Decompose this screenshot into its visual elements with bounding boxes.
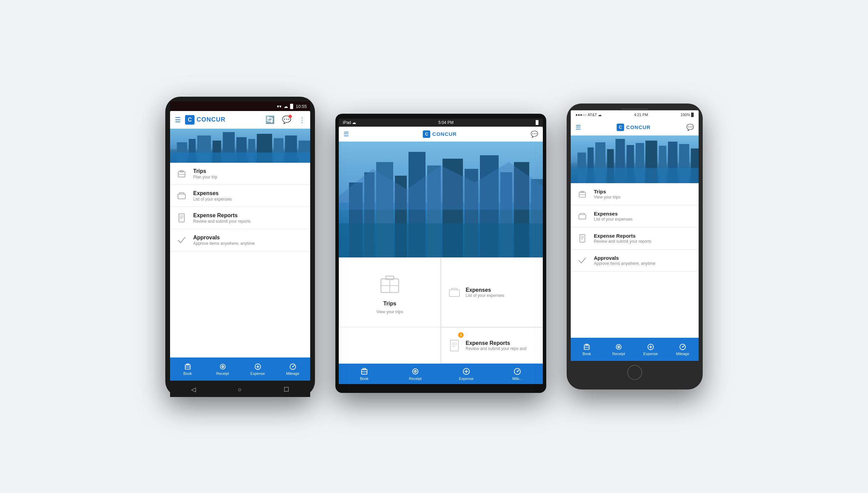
iphone-home-button[interactable] — [627, 365, 642, 380]
svg-rect-22 — [186, 364, 189, 365]
concur-brand: CONCUR — [197, 116, 226, 123]
iphone-approvals-icon — [576, 254, 588, 267]
tablet-trips[interactable]: Trips View your trips — [339, 257, 441, 327]
trips-text: Trips Plan your trip — [193, 168, 217, 179]
chat-icon-wrap[interactable]: 💬 — [282, 115, 291, 124]
menu-icon[interactable]: ☰ — [175, 116, 181, 124]
svg-point-103 — [682, 346, 683, 348]
back-icon[interactable]: ◁ — [191, 386, 196, 393]
svg-point-69 — [517, 371, 518, 372]
tablet-reports[interactable]: 3 Expense Reports Review and submit your… — [441, 327, 543, 364]
iphone-reports-text: Expense Reports Review and submit your r… — [594, 233, 651, 244]
recents-icon[interactable]: ☐ — [284, 386, 289, 393]
tablet-battery: ▉ — [536, 120, 539, 125]
tablet-tab-book[interactable]: Book — [339, 364, 390, 384]
tablet-reports-badge: 3 — [458, 332, 464, 338]
android-tab-expense[interactable]: Expense — [240, 357, 275, 381]
tablet-concur-brand: CONCUR — [432, 131, 457, 137]
more-icon[interactable]: ⋮ — [299, 116, 305, 124]
svg-rect-12 — [170, 153, 310, 163]
iphone-tab-book[interactable]: Book — [571, 338, 603, 361]
android-tab-receipt[interactable]: Receipt — [205, 357, 240, 381]
iphone-expenses-text: Expenses List of your expenses — [594, 211, 632, 222]
svg-rect-87 — [579, 214, 586, 219]
approvals-text: Approvals Approve items anywhere, anytim… — [193, 235, 255, 246]
iphone-reports-icon — [576, 232, 588, 244]
iphone-approvals-text: Approvals Approve items anywhere, anytim… — [594, 255, 655, 266]
tablet-reports-text: Expense Reports Review and submit your r… — [466, 340, 527, 351]
reports-text: Expense Reports Review and submit your r… — [193, 212, 251, 224]
tablet-expenses[interactable]: Expenses List of your expenses — [441, 257, 543, 327]
svg-point-97 — [618, 347, 619, 347]
tablet-screen: ☰ C CONCUR 💬 — [339, 127, 543, 384]
tablet-expenses-text: Expenses List of your expenses — [466, 287, 504, 298]
iphone-status-bar: ●●●○○ AT&T ☁ 4:21 PM 100% ▉ — [571, 110, 699, 119]
android-status-bar: ▾▾ ☁ ▉ 10:55 — [170, 101, 310, 111]
tablet-tab-receipt[interactable]: Receipt — [390, 364, 441, 384]
refresh-icon[interactable]: 🔄 — [265, 115, 274, 124]
iphone-hero-image — [571, 136, 699, 183]
svg-rect-53 — [449, 290, 460, 297]
svg-rect-83 — [571, 168, 699, 183]
iphone-concur-c-icon: C — [617, 124, 624, 131]
iphone-menu-icon[interactable]: ☰ — [575, 124, 581, 131]
concur-logo: C CONCUR — [185, 115, 226, 125]
iphone-menu-approvals[interactable]: Approvals Approve items anywhere, anytim… — [571, 250, 699, 272]
iphone-device: ●●●○○ AT&T ☁ 4:21 PM 100% ▉ ☰ C CONCUR 💬 — [567, 104, 703, 389]
trips-icon — [176, 168, 188, 180]
svg-point-63 — [415, 371, 416, 372]
iphone-menu-reports[interactable]: Expense Reports Review and submit your r… — [571, 227, 699, 250]
expenses-text: Expenses List of your expenses — [193, 190, 232, 202]
tablet-device: iPad ☁ 5:04 PM ▉ ☰ C CONCUR 💬 — [335, 114, 546, 393]
iphone-chat-icon[interactable]: 💬 — [686, 124, 694, 131]
tablet-expenses-icon — [448, 286, 461, 299]
android-menu-approvals[interactable]: Approvals Approve items anywhere, anytim… — [170, 229, 310, 251]
svg-rect-88 — [580, 235, 585, 242]
concur-c-icon: C — [185, 115, 195, 125]
svg-rect-16 — [178, 194, 185, 199]
home-icon[interactable]: ○ — [238, 386, 242, 393]
iphone-screen: ●●●○○ AT&T ☁ 4:21 PM 100% ▉ ☰ C CONCUR 💬 — [571, 110, 699, 361]
iphone-expenses-icon — [576, 210, 588, 222]
iphone-menu-expenses[interactable]: Expenses List of your expenses — [571, 205, 699, 227]
iphone-tab-receipt[interactable]: Receipt — [603, 338, 635, 361]
iphone-tab-mileage[interactable]: Mileage — [667, 338, 699, 361]
iphone-menu-trips[interactable]: Trips View your trips — [571, 183, 699, 205]
iphone-status-left: ●●●○○ AT&T ☁ — [575, 113, 602, 117]
signal-icon: ▾▾ — [277, 104, 282, 109]
tablet-menu-icon[interactable]: ☰ — [344, 130, 349, 138]
iphone-tab-expense[interactable]: Expense — [635, 338, 667, 361]
android-device: ▾▾ ☁ ▉ 10:55 ☰ C CONCUR 🔄 💬 — [165, 97, 315, 396]
android-menu-expenses[interactable]: Expenses List of your expenses — [170, 185, 310, 207]
iphone-time: 4:21 PM — [634, 113, 648, 117]
android-nav-bar: ◁ ○ ☐ — [170, 382, 310, 397]
tablet-tab-expense[interactable]: Expense — [441, 364, 492, 384]
approvals-icon — [176, 234, 188, 246]
android-menu-reports[interactable]: Expense Reports Review and submit your r… — [170, 207, 310, 229]
expenses-icon — [176, 190, 188, 202]
svg-rect-54 — [450, 340, 458, 351]
tablet-hero-image — [339, 142, 543, 257]
android-app-bar: ☰ C CONCUR 🔄 💬 ⋮ — [170, 111, 310, 129]
android-menu-trips[interactable]: Trips Plan your trip — [170, 163, 310, 185]
tablet-chat-icon[interactable]: 💬 — [531, 130, 538, 138]
iphone-speaker — [621, 108, 648, 110]
tablet-concur-logo: C CONCUR — [423, 130, 457, 138]
iphone-menu-list: Trips View your trips Expenses List of y… — [571, 183, 699, 338]
tablet-skyline-svg — [339, 142, 543, 257]
android-tab-mileage[interactable]: Mileage — [275, 357, 310, 381]
iphone-skyline-svg — [571, 136, 699, 183]
android-tab-book[interactable]: Book — [170, 357, 205, 381]
refresh-icon-wrap[interactable]: 🔄 — [265, 115, 274, 124]
iphone-concur-brand: CONCUR — [626, 124, 651, 130]
wifi-icon: ☁ — [284, 104, 288, 109]
android-screen: ☰ C CONCUR 🔄 💬 ⋮ — [170, 111, 310, 381]
tablet-tab-mileage[interactable]: Mile... — [492, 364, 543, 384]
svg-rect-47 — [339, 223, 543, 257]
iphone-app-bar: ☰ C CONCUR 💬 — [571, 119, 699, 136]
iphone-trips-icon — [576, 188, 588, 200]
tablet-status-bar: iPad ☁ 5:04 PM ▉ — [339, 118, 543, 127]
tablet-status-left: iPad ☁ — [343, 120, 356, 125]
iphone-top-bar — [571, 108, 699, 110]
notification-badge — [288, 115, 292, 118]
